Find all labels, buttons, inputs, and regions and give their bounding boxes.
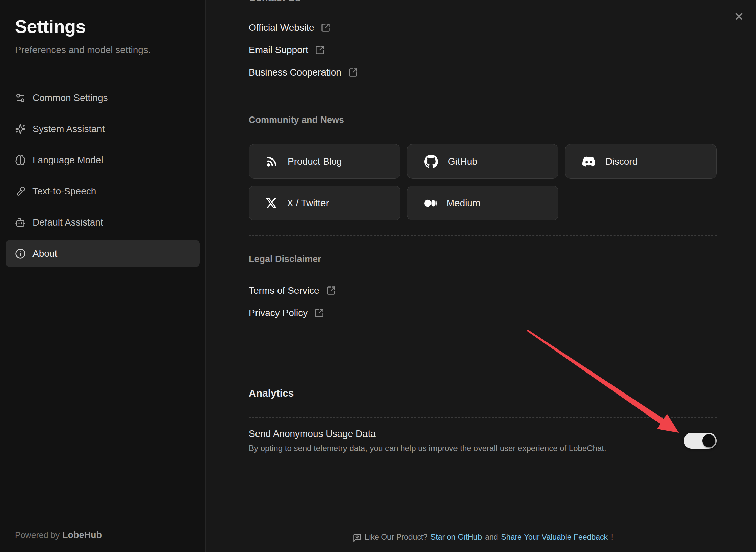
card-label: GitHub (448, 156, 477, 167)
sparkles-icon (15, 124, 26, 134)
sidebar-item-common-settings[interactable]: Common Settings (6, 84, 200, 111)
github-icon (424, 155, 438, 168)
powered-by-text: Powered by (15, 530, 60, 540)
legal-heading: Legal Disclaimer (249, 252, 717, 266)
about-panel: Contact Us Official Website Email Suppor… (206, 0, 756, 552)
link-label: Official Website (249, 22, 314, 33)
sidebar-item-label: Common Settings (32, 92, 108, 103)
page-subtitle: Preferences and model settings. (15, 44, 191, 56)
star-on-github-link[interactable]: Star on GitHub (430, 533, 482, 542)
external-link-icon (326, 286, 336, 295)
divider (249, 417, 717, 418)
external-link-icon (315, 45, 325, 55)
terms-of-service-link[interactable]: Terms of Service (249, 279, 336, 302)
sidebar-item-about[interactable]: About (6, 240, 200, 267)
page-title: Settings (15, 15, 191, 38)
email-support-link[interactable]: Email Support (249, 39, 325, 61)
message-heart-icon (353, 533, 362, 543)
contact-us-heading: Contact Us (249, 0, 717, 3)
github-card[interactable]: GitHub (407, 144, 559, 179)
sliders-icon (15, 92, 26, 103)
close-icon (733, 10, 745, 22)
link-label: Business Cooperation (249, 67, 341, 78)
divider (249, 97, 717, 97)
medium-card[interactable]: Medium (407, 186, 559, 220)
brain-icon (15, 155, 26, 166)
community-cards: Product Blog GitHub Discord X / Twitter … (249, 144, 717, 220)
info-icon (15, 248, 26, 259)
send-usage-data-text: Send Anonymous Usage Data By opting to s… (249, 428, 606, 453)
lobehub-brand: LobeHub (62, 530, 102, 540)
sidebar-item-system-assistant[interactable]: System Assistant (6, 115, 200, 142)
card-label: Product Blog (288, 156, 342, 167)
analytics-heading: Analytics (249, 386, 717, 401)
close-button[interactable] (731, 8, 747, 24)
toggle-label: Send Anonymous Usage Data (249, 428, 606, 440)
rss-icon (266, 156, 277, 167)
sidebar-item-label: About (32, 248, 57, 259)
link-label: Terms of Service (249, 285, 319, 296)
feedback-footer: Like Our Product? Star on GitHub and Sha… (249, 533, 717, 542)
external-link-icon (314, 308, 324, 318)
settings-nav: Common Settings System Assistant Languag… (6, 84, 200, 267)
contact-links: Official Website Email Support Business … (249, 17, 717, 84)
sidebar-item-label: Default Assistant (32, 217, 103, 228)
settings-sidebar: Settings Preferences and model settings.… (0, 0, 206, 552)
external-link-icon (321, 23, 330, 33)
footer-text: Like Our Product? (365, 533, 427, 542)
privacy-policy-link[interactable]: Privacy Policy (249, 302, 324, 324)
x-twitter-card[interactable]: X / Twitter (249, 186, 400, 220)
x-logo-icon (266, 198, 277, 209)
send-usage-data-row: Send Anonymous Usage Data By opting to s… (249, 428, 717, 453)
external-link-icon (348, 68, 358, 77)
link-label: Email Support (249, 45, 308, 56)
legal-links: Terms of Service Privacy Policy (249, 279, 717, 324)
sidebar-item-default-assistant[interactable]: Default Assistant (6, 209, 200, 236)
share-feedback-link[interactable]: Share Your Valuable Feedback (501, 533, 608, 542)
community-heading: Community and News (249, 113, 717, 127)
toggle-knob (702, 434, 715, 447)
powered-by: Powered byLobeHub (15, 530, 102, 540)
divider (249, 235, 717, 236)
footer-text: and (485, 533, 498, 542)
toggle-description: By opting to send telemetry data, you ca… (249, 443, 606, 453)
sidebar-item-label: Text-to-Speech (32, 186, 96, 197)
sidebar-item-language-model[interactable]: Language Model (6, 147, 200, 173)
medium-icon (424, 197, 437, 209)
card-label: Medium (447, 198, 481, 209)
card-label: X / Twitter (287, 198, 329, 209)
link-label: Privacy Policy (249, 307, 308, 318)
business-cooperation-link[interactable]: Business Cooperation (249, 61, 358, 84)
discord-card[interactable]: Discord (565, 144, 717, 179)
send-usage-toggle[interactable] (684, 433, 717, 449)
bot-icon (15, 217, 26, 228)
official-website-link[interactable]: Official Website (249, 17, 330, 39)
product-blog-card[interactable]: Product Blog (249, 144, 400, 179)
sidebar-item-text-to-speech[interactable]: Text-to-Speech (6, 178, 200, 205)
discord-icon (582, 155, 595, 168)
sidebar-item-label: System Assistant (32, 124, 105, 134)
footer-text: ! (611, 533, 613, 542)
mic-icon (15, 186, 26, 197)
sidebar-item-label: Language Model (32, 155, 103, 166)
card-label: Discord (605, 156, 638, 167)
